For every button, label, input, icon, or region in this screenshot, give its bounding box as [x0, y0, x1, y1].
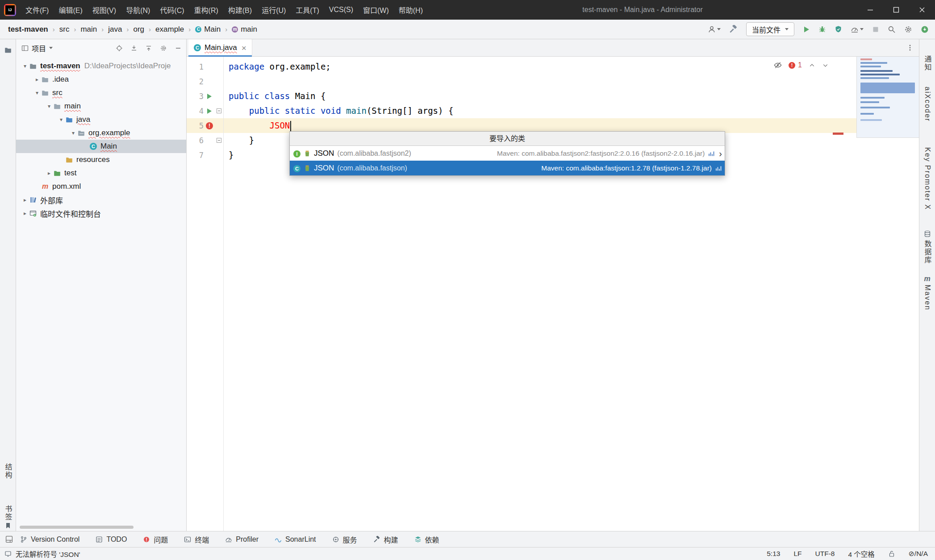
import-popup-item[interactable]: CJSON(com.alibaba.fastjson)Maven: com.al… — [290, 161, 725, 175]
locate-file-icon[interactable] — [116, 45, 123, 52]
project-panel-title[interactable]: 项目 — [21, 43, 53, 54]
toolwindow-button[interactable]: 构建 — [373, 534, 398, 545]
menu-item[interactable]: VCS(S) — [324, 0, 358, 20]
toolwindow-button[interactable]: Version Control — [20, 535, 79, 543]
tree-row[interactable]: ▾src — [16, 86, 186, 100]
profile-button[interactable] — [708, 25, 721, 33]
import-popup-item[interactable]: IJSON(com.alibaba.fastjson2)Maven: com.a… — [290, 146, 725, 161]
code-line[interactable]: 2 — [187, 74, 919, 89]
hide-panel-icon[interactable] — [175, 45, 182, 52]
collapse-all-icon[interactable] — [145, 45, 152, 52]
line-separator[interactable]: LF — [793, 550, 801, 558]
toolwindow-button[interactable]: Key Promoter X — [923, 147, 931, 210]
breadcrumb-item[interactable]: CMain — [194, 24, 221, 35]
error-gutter-icon[interactable]: ! — [204, 122, 215, 129]
tree-row[interactable]: ▾java — [16, 113, 186, 126]
file-encoding[interactable]: UTF-8 — [815, 550, 835, 558]
close-button[interactable] — [909, 0, 935, 20]
toolwindow-button[interactable]: SonarLint — [275, 535, 316, 543]
toolwindow-button[interactable]: 终端 — [184, 534, 209, 545]
error-badge-icon[interactable]: ! — [789, 62, 795, 69]
memory-indicator[interactable]: ⊘/N/A — [909, 550, 928, 558]
tree-row[interactable]: ▾org.example — [16, 126, 186, 140]
menu-item[interactable]: 代码(C) — [155, 0, 189, 20]
run-gutter-icon[interactable] — [204, 108, 215, 114]
run-button[interactable] — [803, 26, 810, 33]
toolwindow-button[interactable]: Profiler — [225, 535, 259, 543]
fold-marker-icon[interactable] — [215, 108, 222, 113]
project-toolwindow-icon[interactable] — [4, 46, 12, 54]
tree-row[interactable]: ▸外部库 — [16, 193, 186, 207]
breadcrumb-item[interactable]: src — [58, 24, 71, 35]
tree-row[interactable]: resources — [16, 153, 186, 166]
run-configuration-select[interactable]: 当前文件 — [746, 22, 794, 36]
tree-chevron-icon[interactable]: ▾ — [33, 90, 41, 96]
menu-item[interactable]: 导航(N) — [121, 0, 155, 20]
code-minimap[interactable] — [856, 57, 919, 138]
toolwindow-button[interactable]: 书签 — [3, 505, 13, 521]
toolwindow-button[interactable]: 通知 — [922, 55, 933, 71]
tab-options-icon[interactable] — [906, 44, 914, 51]
build-hammer-icon[interactable] — [729, 25, 738, 33]
toolwindow-button[interactable]: 问题 — [143, 534, 168, 545]
toolwindow-button[interactable]: 结构 — [3, 463, 13, 479]
breadcrumb-item[interactable]: test-maven — [7, 24, 49, 35]
tree-chevron-icon[interactable]: ▾ — [45, 103, 53, 109]
tree-row[interactable]: ▸临时文件和控制台 — [16, 207, 186, 220]
menu-item[interactable]: 文件(F) — [21, 0, 54, 20]
stop-button[interactable] — [872, 26, 879, 33]
tree-row[interactable]: ▸.idea — [16, 73, 186, 86]
fold-marker-icon[interactable] — [215, 138, 222, 143]
tree-chevron-icon[interactable]: ▸ — [33, 76, 41, 83]
editor-content[interactable]: 1package org.example;23public class Main… — [187, 57, 919, 531]
tree-chevron-icon[interactable]: ▾ — [57, 116, 65, 123]
tree-chevron-icon[interactable]: ▸ — [21, 197, 29, 203]
tree-row[interactable]: mpom.xml — [16, 180, 186, 193]
tree-chevron-icon[interactable]: ▾ — [69, 130, 77, 136]
toolwindow-button[interactable]: 数据库 — [922, 240, 933, 264]
toolwindow-switcher-icon[interactable] — [5, 535, 13, 543]
toolwindow-button[interactable]: aiXcoder — [923, 87, 931, 122]
breadcrumb-item[interactable]: mmain — [231, 24, 258, 35]
toolwindow-button[interactable]: TODO — [96, 535, 127, 543]
menu-item[interactable]: 工具(T) — [291, 0, 324, 20]
tab-close-icon[interactable]: × — [242, 44, 246, 52]
menu-item[interactable]: 运行(U) — [257, 0, 291, 20]
menu-item[interactable]: 视图(V) — [88, 0, 121, 20]
breadcrumb-item[interactable]: org — [132, 24, 145, 35]
indent-setting[interactable]: 4 个空格 — [848, 549, 874, 559]
search-everywhere-icon[interactable] — [888, 25, 896, 33]
menu-item[interactable]: 窗口(W) — [358, 0, 394, 20]
tree-chevron-icon[interactable]: ▸ — [45, 170, 53, 176]
menu-item[interactable]: 重构(R) — [189, 0, 223, 20]
ide-updates-icon[interactable] — [921, 25, 929, 33]
toolwindow-button[interactable]: 依赖 — [414, 534, 439, 545]
debug-button[interactable] — [818, 25, 826, 33]
toolwindow-button[interactable]: Maven — [923, 285, 931, 311]
caret-position[interactable]: 5:13 — [767, 550, 780, 558]
breadcrumb-item[interactable]: main — [79, 24, 98, 35]
hide-highlights-icon[interactable] — [774, 61, 782, 69]
profiler-button[interactable] — [851, 25, 864, 33]
tree-row[interactable]: ▸test — [16, 166, 186, 180]
run-with-coverage-button[interactable] — [835, 25, 842, 33]
next-error-icon[interactable] — [822, 62, 829, 69]
bookmark-icon[interactable] — [4, 522, 12, 529]
tab-main-java[interactable]: C Main.java × — [188, 39, 252, 56]
tree-row[interactable]: ▾test-mavenD:\IdeaProjects\IdeaProje — [16, 59, 186, 73]
tree-chevron-icon[interactable]: ▾ — [21, 63, 29, 69]
maximize-button[interactable] — [883, 0, 909, 20]
breadcrumb-item[interactable]: example — [154, 24, 185, 35]
menu-item[interactable]: 编辑(E) — [54, 0, 87, 20]
menu-item[interactable]: 帮助(H) — [394, 0, 428, 20]
code-line[interactable]: 3public class Main { — [187, 89, 919, 104]
tree-row[interactable]: CMain — [16, 140, 186, 153]
lock-icon[interactable] — [888, 550, 895, 557]
tree-row[interactable]: ▾main — [16, 100, 186, 113]
toolwindow-button[interactable]: 服务 — [332, 534, 357, 545]
previous-error-icon[interactable] — [809, 62, 815, 69]
error-stripe-mark[interactable] — [833, 133, 843, 135]
run-gutter-icon[interactable] — [204, 94, 215, 99]
expand-all-icon[interactable] — [130, 45, 138, 52]
horizontal-scrollbar[interactable] — [20, 526, 134, 529]
